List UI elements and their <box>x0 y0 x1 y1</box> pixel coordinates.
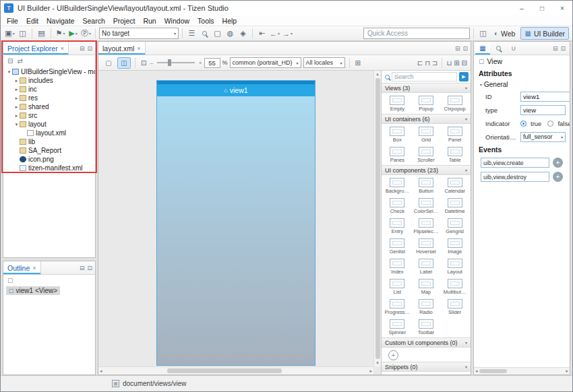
maximize-panel-icon[interactable]: ⊡ <box>87 265 92 271</box>
orientation-select[interactable]: full_sensor ▾ <box>520 132 566 142</box>
palette-item[interactable]: Backgro… <box>383 176 412 196</box>
tree-expander-icon[interactable]: ▸ <box>13 113 20 119</box>
tab-outline[interactable]: Outline × <box>3 261 41 274</box>
general-group-header[interactable]: ▾ General <box>474 79 570 90</box>
horizontal-scrollbar-thumb[interactable] <box>167 368 282 373</box>
tree-item[interactable]: tizen-manifest.xml <box>3 164 95 172</box>
align-bottom-icon[interactable]: ⊟ <box>462 59 467 67</box>
palette-item[interactable]: Button <box>412 176 441 196</box>
tab-layout-xml[interactable]: layout.xml × <box>98 42 146 55</box>
tree-item[interactable]: icon.png <box>3 155 95 164</box>
type-field-value[interactable]: view <box>520 105 566 115</box>
tree-expander-icon[interactable]: ▸ <box>13 87 20 92</box>
locales-combo[interactable]: All locales▾ <box>303 57 345 68</box>
palette-item[interactable]: Box <box>383 125 412 145</box>
collapse-all-icon[interactable]: ⊟ <box>7 57 13 65</box>
web-perspective-button[interactable]: ◐Web <box>490 27 519 40</box>
align-top-icon[interactable]: ⊔ <box>446 59 452 67</box>
palette-item[interactable]: Label <box>412 257 441 277</box>
maximize-button[interactable]: □ <box>532 1 552 15</box>
palette-section-views[interactable]: Views (3) ▾ <box>382 83 471 93</box>
zoom-slider[interactable] <box>157 62 195 63</box>
palette-item[interactable]: Empty <box>383 94 412 114</box>
canvas-horizontal-scrollbar[interactable]: ◂ ▸ <box>98 366 373 374</box>
horizontal-scrollbar-thumb[interactable] <box>479 369 507 373</box>
palette-search-input[interactable] <box>392 72 457 81</box>
minimize-panel-icon[interactable]: ⊟ <box>80 265 85 271</box>
add-event-destroy-button[interactable]: + <box>553 172 563 182</box>
palette-item[interactable]: Calendar <box>440 176 469 196</box>
scroll-left-icon[interactable]: ◂ <box>475 368 478 374</box>
zoom-slider-thumb[interactable] <box>168 59 171 66</box>
palette-search-go-button[interactable]: ▶ <box>459 72 469 81</box>
palette-item[interactable]: Check <box>383 196 412 216</box>
palette-item[interactable]: Grid <box>412 125 441 145</box>
new-file-button[interactable]: ◫ <box>17 28 28 40</box>
palette-item[interactable]: Ctxpopup <box>440 94 469 114</box>
align-middle-icon[interactable]: ⊞ <box>454 59 459 67</box>
tree-item[interactable]: ▸ inc <box>3 85 95 94</box>
menu-item[interactable]: Navigate <box>42 17 78 25</box>
tab-attributes-view[interactable]: ▦ <box>475 42 490 55</box>
add-event-create-button[interactable]: + <box>553 158 563 168</box>
new-wizard-button[interactable]: ▣▾ <box>4 28 16 40</box>
palette-item[interactable]: Panel <box>440 125 469 145</box>
add-custom-component-button[interactable]: + <box>388 350 398 360</box>
tree-item[interactable]: ▸ shared <box>3 102 95 111</box>
design-view-button[interactable]: ▢ <box>102 57 115 69</box>
palette-item[interactable]: ColorSel… <box>412 196 441 216</box>
menu-item[interactable]: Help <box>218 17 241 25</box>
palette-item[interactable]: Entry <box>383 216 412 236</box>
tab-resources-view[interactable]: ∪ <box>506 42 521 55</box>
tab-search-view[interactable] <box>491 42 506 55</box>
certificate-manager-button[interactable]: ◈ <box>237 28 249 40</box>
palette-item[interactable]: Map <box>412 277 441 297</box>
zoom-out-icon[interactable]: – <box>150 60 152 66</box>
palette-item[interactable]: List <box>383 277 412 297</box>
close-button[interactable]: × <box>552 1 572 15</box>
tree-expander-icon[interactable]: ▾ <box>13 122 20 127</box>
tree-expander-icon[interactable]: ▸ <box>13 104 20 110</box>
tree-expander-icon[interactable]: ▸ <box>13 78 20 84</box>
tab-project-explorer[interactable]: Project Explorer × <box>3 42 69 55</box>
device-manager-button[interactable]: ◍ <box>224 28 236 40</box>
palette-section-snippets[interactable]: Snippets (0) ▾ <box>382 362 471 372</box>
split-view-button[interactable]: ◫ <box>117 57 131 69</box>
run-button[interactable]: ▶▾ <box>67 28 79 40</box>
fit-to-window-icon[interactable]: ⊡ <box>140 59 148 67</box>
tree-item[interactable]: layout.xml <box>3 129 95 137</box>
debug-button[interactable]: ⚑▾ <box>55 28 66 40</box>
scroll-down-icon[interactable]: ▾ <box>376 360 379 366</box>
resolution-combo[interactable]: common (portrait_HD)▾ <box>230 57 301 68</box>
tree-item[interactable]: ▸ res <box>3 94 95 102</box>
design-canvas[interactable]: ⌂ view1 <box>98 71 373 366</box>
maximize-panel-icon[interactable]: ⊡ <box>560 45 566 52</box>
outline-item-view1[interactable]: ▢ view1 <View> <box>6 286 60 295</box>
grid-settings-icon[interactable]: ⊞ <box>354 59 362 67</box>
tree-item[interactable]: SA_Report <box>3 146 95 155</box>
palette-section-custom-ui-components[interactable]: Custom UI components (0) ▾ <box>382 337 471 348</box>
palette-item[interactable]: Hoversel <box>412 236 441 257</box>
tree-item[interactable]: ▸ includes <box>3 76 95 85</box>
quick-access-input[interactable] <box>363 28 470 39</box>
target-combo[interactable]: No target▾ <box>99 28 179 39</box>
minimize-panel-icon[interactable]: ⊟ <box>80 45 85 52</box>
ui-builder-perspective-button[interactable]: ▦UI Builder <box>520 27 569 40</box>
minimize-button[interactable]: – <box>512 1 532 15</box>
palette-item[interactable]: Panes <box>383 145 412 165</box>
maximize-panel-icon[interactable]: ⊡ <box>462 45 468 52</box>
tree-expander-icon[interactable]: ▸ <box>13 96 20 101</box>
open-perspective-button[interactable]: ◫ <box>477 28 489 40</box>
menu-item[interactable]: File <box>3 17 22 25</box>
last-edit-location-button[interactable]: ⇤ <box>256 28 268 40</box>
forward-button[interactable]: →▾ <box>282 28 293 40</box>
palette-item[interactable]: Table <box>440 145 469 165</box>
menu-item[interactable]: Window <box>160 17 193 25</box>
indicator-true-radio[interactable] <box>520 121 526 127</box>
palette-item[interactable]: Scroller <box>412 145 441 165</box>
menu-item[interactable]: Run <box>139 17 160 25</box>
close-icon[interactable]: × <box>32 265 36 271</box>
menu-item[interactable]: Search <box>78 17 109 25</box>
menu-item[interactable]: Tools <box>193 17 218 25</box>
palette-item[interactable]: Datetime <box>440 196 469 216</box>
